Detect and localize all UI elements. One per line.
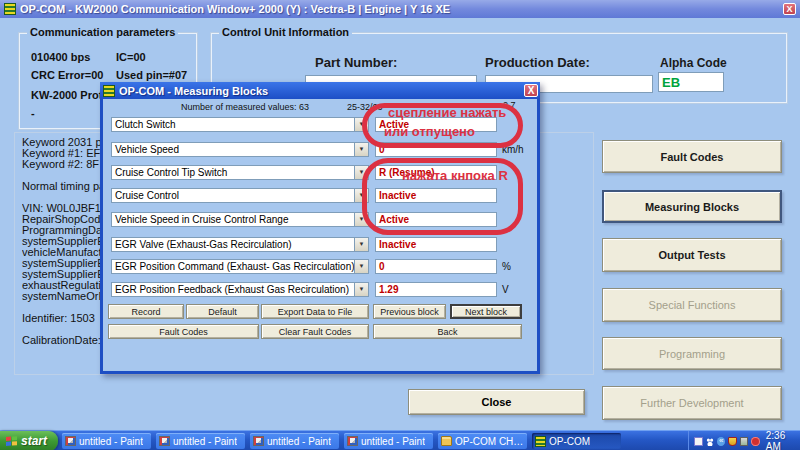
ecu-text-line: CalibrationDate: P <box>22 335 106 346</box>
chevron-down-icon[interactable]: ▼ <box>354 238 368 251</box>
main-titlebar: OP-COM - KW2000 Communication Window+ 20… <box>0 0 800 18</box>
taskbar: start untitled - Paint untitled - Paint … <box>0 430 800 450</box>
device-icon[interactable] <box>740 437 749 446</box>
alert-icon[interactable] <box>751 437 759 446</box>
paint-icon <box>159 436 170 446</box>
clock: 2:36 AM <box>766 430 800 450</box>
parameter-select[interactable]: EGR Position Command (Exhaust- Gas Recir… <box>111 259 369 274</box>
export-data-button[interactable]: Export Data to File <box>261 304 369 319</box>
ecu-text-line: Keyword #2: 8F <box>22 159 106 170</box>
parameter-label: EGR Valve (Exhaust-Gas Recirculation) <box>112 239 354 250</box>
windows-flag-icon <box>5 435 18 448</box>
ecu-text-line: Identifier: 1503 <box>22 313 106 324</box>
taskbar-item-label: untitled - Paint <box>361 436 425 447</box>
annotation-note1-line2: или отпущено <box>384 124 475 139</box>
taskbar-item-paint-4[interactable]: untitled - Paint <box>344 433 433 449</box>
parameter-label: Clutch Switch <box>112 119 354 130</box>
crc-error-value: CRC Error=00 <box>31 69 103 81</box>
parameter-label: Cruise Control Tip Switch <box>112 167 354 178</box>
parameter-select[interactable]: Vehicle Speed in Cruise Control Range ▼ <box>111 212 369 227</box>
chevron-down-icon[interactable]: ▼ <box>354 260 368 273</box>
paint-icon <box>65 436 76 446</box>
alpha-code-field: EB <box>658 72 724 92</box>
parameter-select[interactable]: EGR Position Feedback (Exhaust Gas Recir… <box>111 282 369 297</box>
value-field: Inactive <box>375 237 497 252</box>
display-settings-icon[interactable] <box>694 437 703 446</box>
network-icon[interactable] <box>706 437 714 446</box>
measuring-row: EGR Valve (Exhaust-Gas Recirculation) ▼ … <box>103 237 537 253</box>
measuring-row: EGR Position Command (Exhaust- Gas Recir… <box>103 259 537 275</box>
default-button[interactable]: Default <box>186 304 259 319</box>
parameter-select[interactable]: Cruise Control Tip Switch ▼ <box>111 165 369 180</box>
start-label: start <box>21 434 47 448</box>
parameter-label: Vehicle Speed in Cruise Control Range <box>112 214 354 225</box>
folder-icon <box>441 436 452 446</box>
programming-button: Programming <box>602 337 782 370</box>
ic-value: IC=00 <box>116 51 146 63</box>
fault-codes-dialog-button[interactable]: Fault Codes <box>108 324 259 339</box>
taskbar-item-opcom-folder[interactable]: OP-COM CHINA 08-2... <box>438 433 527 449</box>
paint-icon <box>253 436 264 446</box>
taskbar-item-opcom[interactable]: OP-COM <box>532 433 621 449</box>
taskbar-item-label: OP-COM CHINA 08-2... <box>455 436 524 447</box>
control-unit-information-title: Control Unit Information <box>219 26 352 38</box>
taskbar-item-paint-2[interactable]: untitled - Paint <box>156 433 245 449</box>
taskbar-item-paint-1[interactable]: untitled - Paint <box>62 433 151 449</box>
previous-block-button[interactable]: Previous block <box>373 304 446 319</box>
start-button[interactable]: start <box>0 431 58 450</box>
measuring-row: EGR Position Feedback (Exhaust Gas Recir… <box>103 282 537 298</box>
alpha-code-label: Alpha Code <box>660 56 727 70</box>
opcom-dialog-icon <box>103 85 115 97</box>
annotation-note2: нажата кнпока R <box>402 168 508 183</box>
dialog-titlebar: OP-COM - Measuring Blocks X <box>100 82 540 99</box>
value-field: 1.29 <box>375 282 497 297</box>
record-button[interactable]: Record <box>108 304 184 319</box>
dialog-title: OP-COM - Measuring Blocks <box>119 85 268 97</box>
hide-icons-chevron-icon[interactable]: « <box>717 437 725 446</box>
communication-parameters-title: Communication parameters <box>27 26 178 38</box>
opcom-app-icon <box>4 3 16 15</box>
parameter-select[interactable]: Clutch Switch ▼ <box>111 117 369 132</box>
used-pin-value: Used pin=#07 <box>116 69 187 81</box>
measured-values-count: Number of measured values: 63 <box>181 102 309 112</box>
dialog-close-icon[interactable]: X <box>524 84 538 97</box>
production-date-label: Production Date: <box>485 55 590 70</box>
parameter-select[interactable]: Vehicle Speed ▼ <box>111 142 369 157</box>
next-block-button[interactable]: Next block <box>450 304 522 319</box>
parameter-label: Vehicle Speed <box>112 144 354 155</box>
output-tests-button[interactable]: Output Tests <box>602 238 782 272</box>
annotation-note1-line1: сцепление нажать <box>388 105 506 120</box>
unit-label: % <box>502 259 511 272</box>
close-icon[interactable]: X <box>783 3 796 15</box>
fault-codes-button[interactable]: Fault Codes <box>602 140 782 173</box>
taskbar-item-label: untitled - Paint <box>267 436 331 447</box>
further-development-button: Further Development <box>602 386 782 420</box>
chevron-down-icon[interactable]: ▼ <box>354 143 368 156</box>
window-title: OP-COM - KW2000 Communication Window+ 20… <box>20 3 450 15</box>
parameter-select[interactable]: Cruise Control ▼ <box>111 188 369 203</box>
opcom-icon <box>535 436 546 447</box>
opcom-main-window: OP-COM - KW2000 Communication Window+ 20… <box>0 0 800 450</box>
security-shield-icon[interactable] <box>728 437 737 446</box>
value-field: 0 <box>375 259 497 274</box>
parameter-label: EGR Position Feedback (Exhaust Gas Recir… <box>112 284 354 295</box>
chevron-down-icon[interactable]: ▼ <box>354 283 368 296</box>
bps-value: 010400 bps <box>31 51 90 63</box>
close-button[interactable]: Close <box>408 389 585 415</box>
unit-label: V <box>502 282 509 295</box>
measuring-blocks-button[interactable]: Measuring Blocks <box>602 190 782 223</box>
special-functions-button: Special Functions <box>602 288 782 322</box>
part-number-label: Part Number: <box>315 55 397 70</box>
clear-fault-codes-button[interactable]: Clear Fault Codes <box>261 324 369 339</box>
taskbar-item-label: OP-COM <box>549 436 590 447</box>
parameter-label: Cruise Control <box>112 190 354 201</box>
taskbar-item-label: untitled - Paint <box>173 436 237 447</box>
parameter-select[interactable]: EGR Valve (Exhaust-Gas Recirculation) ▼ <box>111 237 369 252</box>
taskbar-item-label: untitled - Paint <box>79 436 143 447</box>
back-button[interactable]: Back <box>373 324 522 339</box>
ecu-text-line: Normal timing para <box>22 181 106 192</box>
parameter-label: EGR Position Command (Exhaust- Gas Recir… <box>112 261 354 272</box>
taskbar-item-paint-3[interactable]: untitled - Paint <box>250 433 339 449</box>
ecu-text-line: systemNameOrEng <box>22 291 106 302</box>
system-tray: « 2:36 AM <box>688 431 800 450</box>
